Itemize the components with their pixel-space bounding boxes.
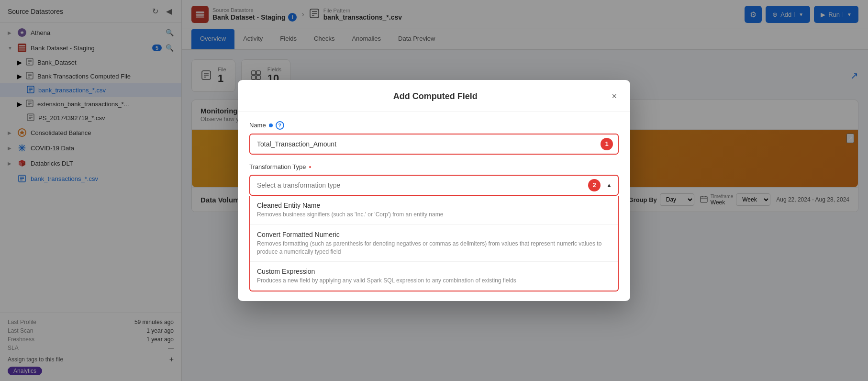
option-cleaned-entity[interactable]: Cleaned Entity Name Removes business sig… [250, 196, 618, 224]
option-custom-expression[interactable]: Custom Expression Produces a new field b… [250, 262, 618, 291]
transformation-dropdown: Cleaned Entity Name Removes business sig… [249, 196, 619, 291]
name-input-container: 1 [249, 134, 619, 155]
name-input[interactable] [249, 134, 619, 155]
help-icon[interactable]: ? [276, 121, 284, 130]
option-convert-formatted[interactable]: Convert Formatted Numeric Removes format… [250, 225, 618, 262]
add-computed-field-modal: Add Computed Field × Name ? 1 [238, 80, 630, 301]
transformation-badge: 2 [588, 179, 601, 191]
name-section: Name ? 1 [249, 121, 619, 155]
required-star: • [309, 163, 312, 171]
option-desc: Removes business signifiers (such as 'In… [257, 211, 611, 219]
modal-body: Name ? 1 Transformation Type • [238, 112, 630, 301]
modal-overlay[interactable]: Add Computed Field × Name ? 1 [0, 0, 868, 381]
name-label: Name ? [249, 121, 619, 130]
option-title: Custom Expression [257, 268, 611, 275]
transformation-section: Transformation Type • 2 ▲ Cleaned Entity… [249, 163, 619, 291]
option-desc: Produces a new field by applying any val… [257, 277, 611, 285]
required-dot [269, 123, 273, 127]
modal-title: Add Computed Field [261, 91, 610, 101]
transformation-label: Transformation Type • [249, 163, 619, 171]
name-badge: 1 [601, 138, 613, 150]
option-title: Cleaned Entity Name [257, 202, 611, 209]
select-arrow-icon: ▲ [606, 182, 612, 189]
transformation-select-container: 2 ▲ [249, 175, 619, 196]
modal-header: Add Computed Field × [238, 80, 630, 112]
option-desc: Removes formatting (such as parenthesis … [257, 240, 611, 256]
modal-close-button[interactable]: × [610, 90, 619, 103]
transformation-input[interactable] [250, 176, 618, 195]
option-title: Convert Formatted Numeric [257, 231, 611, 238]
